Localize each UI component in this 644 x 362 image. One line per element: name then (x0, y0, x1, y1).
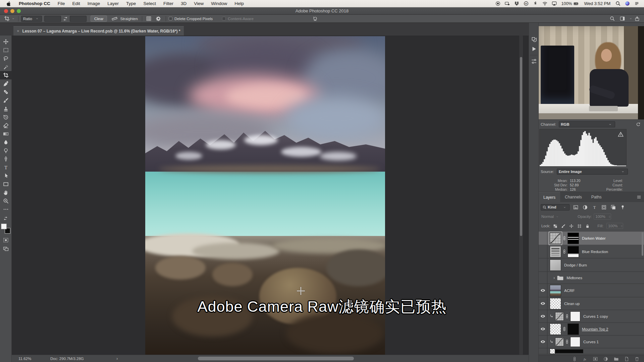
panel-menu-icon[interactable] (637, 192, 644, 202)
layer-visibility-eye-icon[interactable] (539, 336, 547, 348)
dodge-tool[interactable] (0, 146, 12, 155)
layer-mask-link-icon[interactable] (562, 327, 567, 331)
content-aware-checkbox[interactable] (222, 17, 226, 20)
layer-name[interactable]: Darken Water (582, 236, 606, 240)
layer-mask-thumbnail[interactable] (568, 246, 579, 257)
source-dropdown[interactable]: Entire Image (557, 169, 628, 175)
creative-cloud-menu-icon[interactable]: cc (524, 1, 529, 6)
add-layer-mask-button[interactable] (593, 357, 598, 361)
new-group-button[interactable] (614, 357, 619, 361)
crop-height-input[interactable] (70, 16, 87, 22)
layer-effects-button[interactable]: fx (583, 357, 587, 361)
crop-settings-gear-icon[interactable] (156, 16, 161, 21)
clone-stamp-tool[interactable] (0, 105, 12, 113)
filter-toggle-button[interactable] (620, 205, 625, 210)
layer-row-curves-1[interactable]: Curves 1 (539, 336, 644, 348)
crop-ratio-dropdown[interactable]: Ratio (21, 16, 42, 22)
notification-center-menu-icon[interactable] (634, 1, 639, 6)
layer-row-partial[interactable] (539, 348, 644, 354)
layer-name[interactable]: Blue Reduction (582, 250, 608, 254)
document-tab[interactable]: × Lesson 07 – Laguna Amarga – Live Recor… (13, 26, 184, 36)
layer-thumbnail[interactable] (550, 259, 561, 271)
pixel-filter-button[interactable] (573, 205, 578, 210)
close-tab-icon[interactable]: × (17, 28, 19, 34)
swap-dimensions-icon[interactable] (63, 16, 68, 21)
path-select-tool[interactable] (0, 172, 12, 180)
menu-item-layer[interactable]: Layer (104, 1, 122, 6)
menu-item-file[interactable]: File (54, 1, 69, 6)
layer-visibility-empty[interactable] (539, 272, 547, 284)
layer-mask-link-icon[interactable] (565, 340, 569, 344)
new-adjustment-layer-button[interactable] (603, 357, 608, 361)
layer-visibility-empty[interactable] (539, 258, 547, 272)
new-layer-button[interactable] (624, 357, 629, 361)
delete-cropped-pixels-checkbox[interactable] (169, 17, 172, 20)
layer-name[interactable]: Mountain Top 2 (582, 327, 608, 331)
layers-scrollbar-thumb[interactable] (642, 232, 643, 256)
hand-tool[interactable] (0, 188, 12, 197)
tab-channels[interactable]: Channels (560, 192, 587, 202)
display-menu-icon[interactable] (505, 1, 510, 6)
shape-filter-button[interactable] (601, 205, 606, 210)
history-brush-tool[interactable] (0, 113, 12, 121)
layer-thumbnail[interactable] (550, 349, 555, 354)
layer-mask-thumbnail[interactable] (568, 323, 579, 335)
brush-tool[interactable] (0, 96, 12, 105)
siri-menu-icon[interactable] (625, 1, 630, 6)
layer-row-mountain-top-2[interactable]: Mountain Top 2 (539, 323, 644, 336)
close-window-button[interactable] (4, 9, 8, 13)
smart-filter-button[interactable] (611, 205, 616, 210)
quick-mask-button[interactable] (0, 236, 12, 244)
menu-item-edit[interactable]: Edit (69, 1, 84, 6)
search-icon[interactable] (610, 16, 615, 21)
layer-thumbnail[interactable] (550, 285, 561, 296)
layer-name[interactable]: Midtones (567, 276, 582, 280)
layer-mask-link-icon[interactable] (562, 236, 567, 240)
lock-pixels-button[interactable] (561, 224, 566, 228)
blur-tool[interactable] (0, 138, 12, 146)
menu-item-window[interactable]: Window (207, 1, 231, 6)
foreground-background-swatches[interactable] (1, 224, 11, 234)
crop-tool[interactable] (0, 71, 12, 79)
wifi-menu-icon[interactable] (542, 1, 547, 6)
foreground-color-swatch[interactable] (1, 224, 7, 229)
layer-thumbnail[interactable] (550, 323, 561, 335)
layer-visibility-empty[interactable] (539, 245, 547, 258)
record-menu-icon[interactable] (495, 1, 500, 6)
layer-row-acrf[interactable]: ACRF (539, 284, 644, 297)
apple-menu-icon[interactable] (0, 1, 15, 6)
healing-tool[interactable] (0, 88, 12, 96)
layer-name[interactable]: ACRF (564, 289, 575, 293)
menu-item-help[interactable]: Help (231, 1, 248, 6)
battery-status[interactable]: 100% (561, 1, 579, 6)
screen-mode-button[interactable] (0, 244, 12, 253)
layer-visibility-eye-icon[interactable] (539, 323, 547, 335)
menu-item-view[interactable]: View (190, 1, 207, 6)
lock-artboard-button[interactable] (577, 224, 582, 228)
status-chevron[interactable]: › (116, 356, 118, 361)
crop-overlay-grid-icon[interactable] (146, 16, 151, 21)
layer-thumbnail[interactable] (550, 246, 561, 257)
layer-thumbnail[interactable] (555, 338, 564, 346)
properties-panel-icon[interactable] (529, 57, 539, 66)
tab-paths[interactable]: Paths (587, 192, 606, 202)
layer-row-dodge-burn[interactable]: Dodge / Burn (539, 258, 644, 272)
layer-mask-thumbnail[interactable] (570, 337, 580, 347)
quick-selection-tool[interactable] (0, 63, 12, 71)
minimize-window-button[interactable] (10, 9, 14, 13)
layer-mask-thumbnail[interactable] (555, 349, 583, 353)
lock-position-button[interactable] (569, 224, 574, 228)
menu-item-3d[interactable]: 3D (177, 1, 190, 6)
layer-thumbnail[interactable] (550, 233, 561, 244)
history-panel-icon[interactable] (529, 35, 539, 44)
marquee-tool[interactable] (0, 46, 12, 54)
workspace-chevron-icon[interactable] (629, 17, 632, 20)
tab-layers[interactable]: Layers (539, 192, 560, 202)
lock-all-button[interactable] (585, 224, 590, 228)
zoom-tool[interactable] (0, 197, 12, 205)
share-icon[interactable] (635, 16, 640, 21)
reset-crop-icon[interactable] (313, 16, 318, 21)
filter-kind-dropdown[interactable]: Kind (541, 204, 570, 210)
adjustment-filter-button[interactable] (583, 205, 588, 210)
document-size-info[interactable]: Doc: 290.7M/3.28G (50, 357, 84, 361)
